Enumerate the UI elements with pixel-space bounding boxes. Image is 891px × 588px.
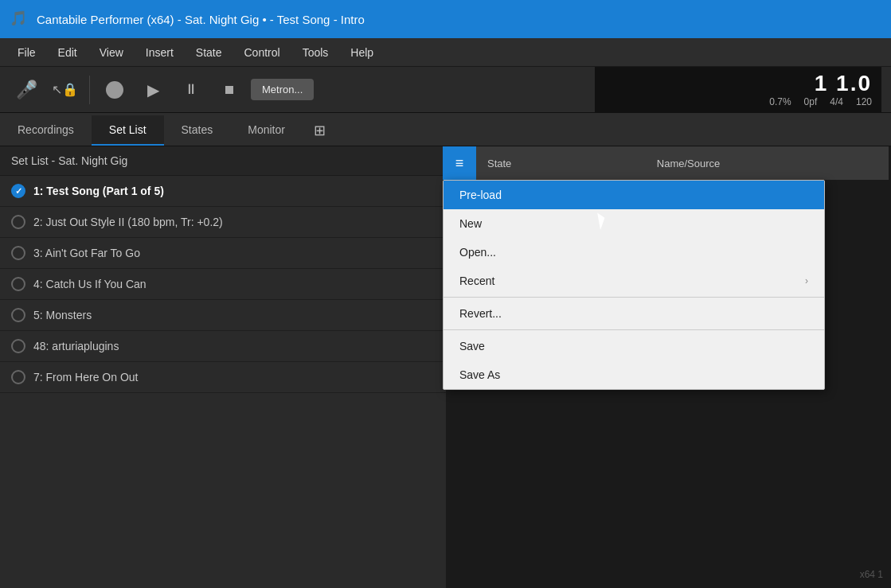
transport-display: 1 1.0 0.7% 0pf 4/4 120 [595,67,881,113]
offset-value: 0pf [804,96,818,107]
setlist-item-2[interactable]: 2: Just Out Style II (180 bpm, Tr: +0.2) [0,207,446,238]
recent-submenu-arrow: › [805,275,808,286]
menu-state[interactable]: State [185,43,233,62]
setlist-item-label-48: 48: arturiaplugins [33,340,119,352]
menu-item-save-label: Save [459,340,485,352]
menu-view[interactable]: View [88,43,135,62]
radio-check-1 [11,184,25,198]
menu-item-save[interactable]: Save [444,332,824,360]
pause-button[interactable]: ⏸ [174,73,208,107]
time-signature: 4/4 [830,96,843,107]
transport-info: 0.7% 0pf 4/4 120 [769,96,872,107]
context-menu: Pre-load New Open... Recent › Revert... [443,180,825,390]
setlist-header: Set List - Sat. Night Gig [0,146,446,176]
menu-tools[interactable]: Tools [291,43,340,62]
menu-insert[interactable]: Insert [135,43,185,62]
tabs-bar: Recordings Set List States Monitor ⊞ [0,113,891,146]
record-button[interactable] [98,73,131,107]
menu-item-saveas[interactable]: Save As [444,360,824,389]
radio-check-7 [11,370,25,384]
setlist-item-label-7: 7: From Here On Out [33,371,138,384]
cpu-percentage: 0.7% [769,96,791,107]
grid-view-icon[interactable]: ⊞ [303,115,337,146]
state-header-row: ≡ State Name/Source [443,146,889,180]
state-column-header: State [476,158,646,169]
play-button[interactable]: ▶ [136,73,170,107]
toolbar: 🎤 ↖🔒 ▶ ⏸ ⏹ Metron... 1 1.0 0.7% 0pf 4/4 … [0,67,891,113]
window-title: Cantabile Performer (x64) - Sat. Night G… [37,13,365,26]
app-icon: 🎵 [10,10,29,29]
menu-file[interactable]: File [6,43,47,62]
setlist-item-label-1: 1: Test Song (Part 1 of 5) [33,185,164,197]
tab-states[interactable]: States [164,115,231,146]
menu-bar: File Edit View Insert State Control Tool… [0,38,891,67]
setlist-item-label-3: 3: Ain't Got Far To Go [33,247,140,259]
menu-item-open-label: Open... [459,246,496,259]
tab-recordings[interactable]: Recordings [0,115,92,146]
radio-check-4 [11,277,25,291]
setlist-item-label-2: 2: Just Out Style II (180 bpm, Tr: +0.2) [33,216,223,228]
radio-check-48 [11,339,25,353]
menu-item-open[interactable]: Open... [444,238,824,267]
setlist-item-label-4: 4: Catch Us If You Can [33,278,147,290]
bpm-value: 120 [856,96,872,107]
menu-item-preload-label: Pre-load [459,189,502,201]
separator-1 [444,297,824,298]
tab-setlist[interactable]: Set List [92,115,164,146]
setlist-item-5[interactable]: 5: Monsters [0,300,446,331]
tab-monitor[interactable]: Monitor [230,115,303,146]
namesource-column-header: Name/Source [646,158,889,169]
menu-edit[interactable]: Edit [47,43,88,62]
menu-item-revert[interactable]: Revert... [444,299,824,328]
transport-position: 1 1.0 [815,72,872,95]
setlist-item-1[interactable]: 1: Test Song (Part 1 of 5) [0,176,446,207]
main-content: Set List - Sat. Night Gig 1: Test Song (… [0,146,891,588]
setlist-panel: Set List - Sat. Night Gig 1: Test Song (… [0,146,446,588]
menu-control[interactable]: Control [233,43,291,62]
menu-help[interactable]: Help [339,43,385,62]
menu-item-recent[interactable]: Recent › [444,267,824,295]
metronome-button[interactable]: Metron... [251,79,314,100]
hamburger-menu-button[interactable]: ≡ [443,146,476,180]
setlist-item-4[interactable]: 4: Catch Us If You Can [0,269,446,300]
toolbar-divider-1 [89,76,90,104]
separator-2 [444,329,824,330]
menu-item-preload[interactable]: Pre-load [444,181,824,209]
version-info: x64 1 [860,569,883,580]
menu-item-recent-label: Recent [459,275,494,287]
menu-item-saveas-label: Save As [459,368,500,381]
setlist-item-48[interactable]: 48: arturiaplugins [0,331,446,362]
menu-item-new[interactable]: New [444,209,824,238]
radio-check-2 [11,215,25,229]
logo-button[interactable]: 🎤 [10,73,43,107]
menu-item-revert-label: Revert... [459,307,502,320]
setlist-item-label-5: 5: Monsters [33,309,92,321]
select-tool-button[interactable]: ↖🔒 [48,73,81,107]
title-bar: 🎵 Cantabile Performer (x64) - Sat. Night… [0,0,891,38]
setlist-item-7[interactable]: 7: From Here On Out [0,362,446,393]
stop-button[interactable]: ⏹ [213,73,246,107]
dropdown-overlay: ≡ State Name/Source Pre-load New Open...… [443,146,889,390]
radio-check-5 [11,308,25,322]
menu-item-new-label: New [459,217,482,230]
setlist-item-3[interactable]: 3: Ain't Got Far To Go [0,238,446,269]
radio-check-3 [11,246,25,260]
